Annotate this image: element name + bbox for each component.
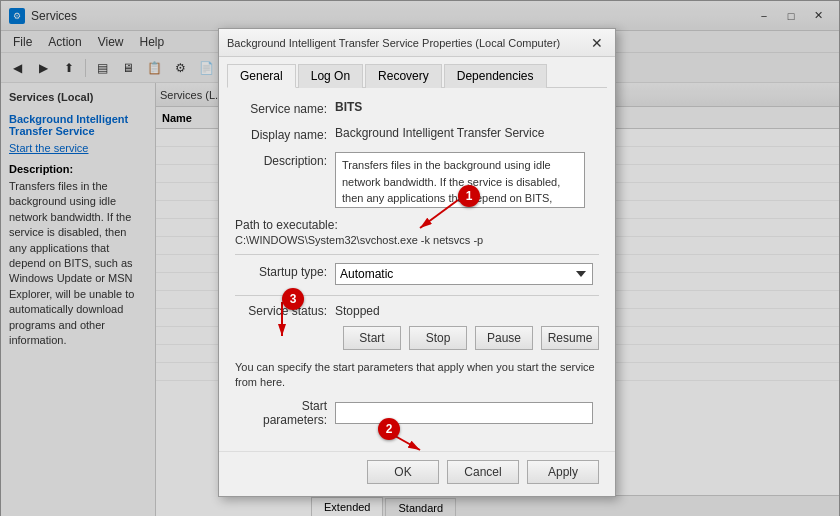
- display-name-row: Display name: Background Intelligent Tra…: [235, 126, 599, 142]
- tab-dependencies[interactable]: Dependencies: [444, 64, 547, 88]
- path-label: Path to executable:: [235, 218, 599, 232]
- display-name-value: Background Intelligent Transfer Service: [335, 126, 544, 140]
- tab-logon[interactable]: Log On: [298, 64, 363, 88]
- pause-button[interactable]: Pause: [475, 326, 533, 350]
- path-row: Path to executable: C:\WINDOWS\System32\…: [235, 218, 599, 246]
- startup-type-label: Startup type:: [235, 263, 335, 279]
- start-params-input[interactable]: [335, 402, 593, 424]
- service-name-row: Service name: BITS: [235, 100, 599, 116]
- annotation-3: 3: [282, 288, 304, 310]
- service-name-value: BITS: [335, 100, 362, 114]
- service-status-value: Stopped: [335, 304, 380, 318]
- tab-general[interactable]: General: [227, 64, 296, 88]
- description-label: Description:: [235, 152, 335, 168]
- cancel-button[interactable]: Cancel: [447, 460, 519, 484]
- resume-button[interactable]: Resume: [541, 326, 599, 350]
- start-button[interactable]: Start: [343, 326, 401, 350]
- startup-type-select[interactable]: Automatic Automatic (Delayed Start) Manu…: [335, 263, 593, 285]
- apply-button[interactable]: Apply: [527, 460, 599, 484]
- service-name-label: Service name:: [235, 100, 335, 116]
- properties-dialog: Background Intelligent Transfer Service …: [218, 28, 616, 497]
- start-params-note: You can specify the start parameters tha…: [235, 360, 599, 391]
- tab-recovery[interactable]: Recovery: [365, 64, 442, 88]
- divider-1: [235, 254, 599, 255]
- stop-button[interactable]: Stop: [409, 326, 467, 350]
- dialog-title: Background Intelligent Transfer Service …: [227, 37, 581, 49]
- dialog-title-bar: Background Intelligent Transfer Service …: [219, 29, 615, 57]
- display-name-label: Display name:: [235, 126, 335, 142]
- dialog-tabs: General Log On Recovery Dependencies: [219, 57, 615, 87]
- start-params-row: Start parameters:: [235, 399, 599, 427]
- start-params-label: Start parameters:: [235, 399, 335, 427]
- annotation-1: 1: [458, 185, 480, 207]
- description-row: Description: Transfers files in the back…: [235, 152, 599, 208]
- description-value: Transfers files in the background using …: [342, 159, 560, 208]
- annotation-2: 2: [378, 418, 400, 440]
- dialog-action-buttons: OK Cancel Apply: [219, 451, 615, 496]
- dialog-close-button[interactable]: ✕: [587, 34, 607, 52]
- dialog-content: Service name: BITS Display name: Backgro…: [219, 88, 615, 451]
- path-value: C:\WINDOWS\System32\svchost.exe -k netsv…: [235, 234, 599, 246]
- ok-button[interactable]: OK: [367, 460, 439, 484]
- service-control-buttons: Start Stop Pause Resume: [343, 326, 599, 350]
- startup-type-row: Startup type: Automatic Automatic (Delay…: [235, 263, 599, 285]
